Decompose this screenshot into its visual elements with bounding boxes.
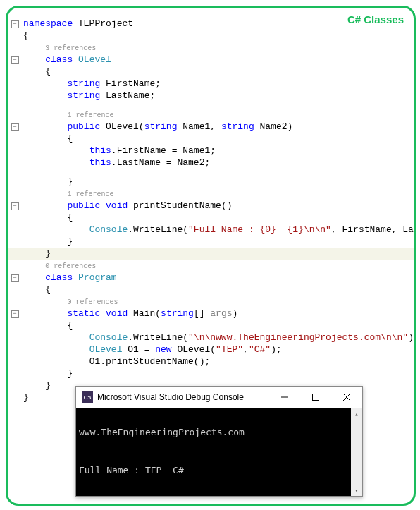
brace: } — [23, 392, 29, 403]
str-cs: "C#" — [249, 344, 271, 355]
type-olevel: OLevel — [89, 344, 123, 355]
fold-print[interactable]: − — [11, 202, 19, 210]
brace: { — [67, 320, 73, 331]
brace: { — [23, 30, 29, 41]
debug-console-window: C:\ Microsoft Visual Studio Debug Consol… — [75, 386, 363, 497]
title-badge: C# Classes — [347, 13, 404, 25]
str-tep: "TEP" — [216, 344, 243, 355]
type-console: Console — [89, 224, 128, 235]
brace: { — [45, 66, 51, 77]
ctor-name: OLevel( — [100, 121, 144, 132]
method-writeline: .WriteLine( — [128, 332, 188, 343]
kw-namespace: namespace — [23, 18, 73, 29]
kw-class: class — [45, 272, 73, 283]
brace: { — [45, 284, 51, 295]
brace: { — [67, 212, 73, 223]
param-name1: Name1, — [177, 121, 221, 132]
console-title: Microsoft Visual Studio Debug Console — [97, 392, 269, 402]
minimize-button[interactable] — [269, 387, 300, 408]
param-name2: Name2) — [254, 121, 293, 132]
console-output[interactable]: www.TheEngineeringProjects.com Full Name… — [76, 408, 362, 496]
field-lastname: LastName; — [100, 90, 155, 101]
fold-namespace[interactable]: − — [11, 20, 19, 28]
stmt-close: ); — [408, 332, 416, 343]
param-args: args — [210, 308, 232, 319]
assign-firstname: .FirstName = Name1; — [111, 145, 216, 156]
console-line-fullname: Full Name : TEP C# — [79, 465, 359, 478]
close-button[interactable] — [331, 387, 362, 408]
console-scrollbar[interactable]: ▴ ▾ — [351, 408, 362, 496]
kw-class: class — [45, 54, 73, 65]
brace: { — [67, 133, 73, 144]
var-o1: O1 = — [122, 344, 155, 355]
ref-count[interactable]: 0 references — [67, 298, 118, 306]
kw-void: void — [106, 200, 128, 211]
maximize-button[interactable] — [300, 387, 331, 408]
kw-static: static — [67, 308, 100, 319]
kw-string: string — [221, 121, 254, 132]
type-console: Console — [89, 332, 128, 343]
args-fullname: , FirstName, LastName); — [331, 224, 416, 235]
assign-lastname: .LastName = Name2; — [111, 157, 210, 168]
ref-count[interactable]: 0 references — [45, 262, 96, 270]
method-writeline: .WriteLine( — [128, 224, 188, 235]
ctor-call: OLevel( — [172, 344, 216, 355]
stmt-close: ); — [271, 344, 282, 355]
scroll-up-icon[interactable]: ▴ — [351, 408, 362, 420]
call-print: O1.printStudentName(); — [89, 356, 211, 367]
kw-new: new — [155, 344, 171, 355]
brace: } — [45, 248, 51, 259]
fold-ctor[interactable]: − — [11, 123, 19, 131]
method-print: printStudentName() — [128, 200, 232, 211]
class-olevel: OLevel — [73, 54, 111, 65]
paren: ) — [233, 308, 238, 319]
fold-main[interactable]: − — [11, 310, 19, 318]
kw-public: public — [67, 200, 100, 211]
ref-count[interactable]: 1 reference — [67, 190, 113, 198]
kw-string: string — [144, 121, 178, 132]
method-main: Main( — [128, 308, 161, 319]
fold-class-olevel[interactable]: − — [11, 56, 19, 64]
kw-string: string — [67, 90, 100, 101]
comma: , — [243, 344, 249, 355]
kw-public: public — [67, 121, 100, 132]
brace: } — [67, 368, 73, 379]
screenshot-frame: C# Classes −namespace TEPProject { 3 ref… — [6, 6, 416, 506]
brace: } — [67, 176, 73, 187]
kw-string: string — [67, 78, 100, 89]
ref-count[interactable]: 3 references — [45, 44, 96, 52]
kw-this: this — [89, 145, 111, 156]
code-editor: −namespace TEPProject { 3 references − c… — [8, 8, 414, 403]
str-url: "\n\nwww.TheEngineeringProjects.com\n\n" — [188, 332, 408, 343]
scroll-down-icon[interactable]: ▾ — [351, 485, 362, 496]
kw-void: void — [106, 308, 128, 319]
ref-count[interactable]: 1 reference — [67, 111, 113, 119]
console-line-url: www.TheEngineeringProjects.com — [79, 427, 359, 439]
console-icon: C:\ — [82, 391, 93, 403]
str-fullname: "Full Name : {0} {1}\n\n" — [188, 224, 331, 235]
ns-name: TEPProject — [73, 18, 133, 29]
brace: } — [67, 236, 73, 247]
kw-string: string — [161, 308, 194, 319]
console-titlebar[interactable]: C:\ Microsoft Visual Studio Debug Consol… — [76, 387, 362, 408]
arr-brackets: [] — [194, 308, 210, 319]
field-firstname: FirstName; — [100, 78, 161, 89]
brace: } — [45, 380, 51, 391]
kw-this: this — [89, 157, 111, 168]
class-program: Program — [73, 272, 116, 283]
fold-class-program[interactable]: − — [11, 274, 19, 282]
svg-rect-1 — [313, 394, 319, 401]
